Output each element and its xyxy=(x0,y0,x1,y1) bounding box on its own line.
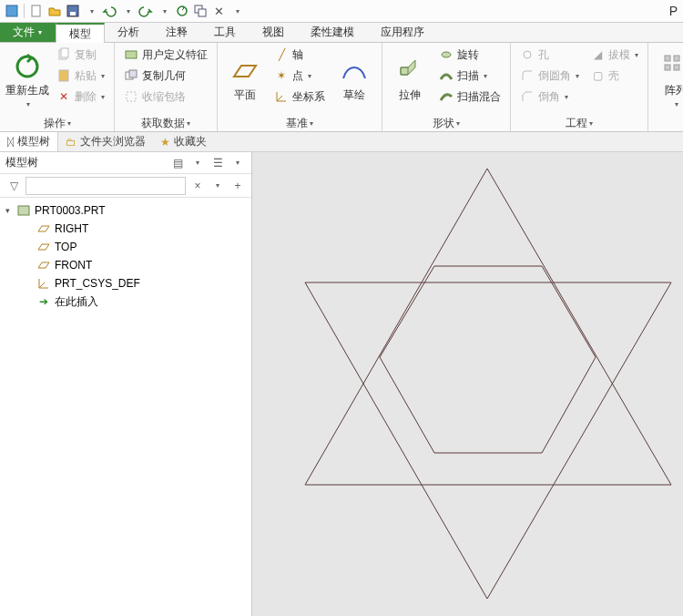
csys-icon xyxy=(36,277,51,290)
part-icon xyxy=(16,204,31,217)
group-edit: 阵列 ▾ ▥镜像 ✂修剪 ⬒合并 →延伸 ⇉偏移 ⊗相交 ↘投影 编辑 xyxy=(648,43,683,131)
undo-dropdown-icon[interactable]: ▾ xyxy=(119,3,136,19)
tab-tools[interactable]: 工具 xyxy=(201,23,250,42)
tree-node-insert-here[interactable]: ➔在此插入 xyxy=(20,293,251,311)
pattern-button[interactable]: 阵列 ▾ xyxy=(654,45,683,115)
tree-title: 模型树 xyxy=(5,155,38,170)
tab-view[interactable]: 视图 xyxy=(250,23,298,42)
windows-icon[interactable] xyxy=(192,3,209,19)
tree-node-right[interactable]: RIGHT xyxy=(20,220,251,238)
tree-root-label: PRT0003.PRT xyxy=(35,204,106,217)
shrinkwrap-button[interactable]: 收缩包络 xyxy=(120,87,211,107)
svg-rect-0 xyxy=(6,5,17,16)
sketch-geometry xyxy=(252,152,683,616)
collapse-icon[interactable]: ▾ xyxy=(5,206,16,215)
tab-apps[interactable]: 应用程序 xyxy=(368,23,438,42)
tab-flex[interactable]: 柔性建模 xyxy=(298,23,368,42)
new-icon[interactable] xyxy=(28,3,45,19)
undo-icon[interactable] xyxy=(101,3,117,19)
filter-add-icon[interactable]: + xyxy=(229,178,246,194)
draft-button[interactable]: ◢拔模▾ xyxy=(586,45,642,65)
svg-rect-9 xyxy=(61,48,68,57)
extrude-label: 拉伸 xyxy=(399,87,421,103)
group-operations: 重新生成 ▾ 复制 粘贴▾ ✕删除▾ 操作▾ xyxy=(0,43,115,131)
group-datum: 平面 ╱轴 ✶点▾ 坐标系 草绘 基准▾ xyxy=(218,43,382,131)
extrude-button[interactable]: 拉伸 xyxy=(388,45,432,115)
plane-button[interactable]: 平面 xyxy=(223,45,267,115)
copy-geom-button[interactable]: 复制几何 xyxy=(120,66,211,86)
panel-tab-model-tree[interactable]: ᛞ模型树 xyxy=(0,132,58,151)
svg-rect-17 xyxy=(665,56,670,61)
sweep-button[interactable]: 扫描▾ xyxy=(435,66,505,86)
svg-point-7 xyxy=(17,56,37,77)
tab-analysis[interactable]: 分析 xyxy=(105,23,153,42)
open-icon[interactable] xyxy=(46,3,63,19)
svg-rect-3 xyxy=(70,12,76,15)
filter-clear-icon[interactable]: × xyxy=(189,178,206,194)
app-icon xyxy=(4,3,20,19)
panel-tab-folder-browser[interactable]: 🗀文件夹浏览器 xyxy=(58,132,153,151)
filter-icon[interactable]: ▽ xyxy=(5,178,22,194)
svg-rect-14 xyxy=(127,92,136,101)
close-window-icon[interactable]: ✕ xyxy=(210,3,227,19)
ribbon: 重新生成 ▾ 复制 粘贴▾ ✕删除▾ 操作▾ 用户定义特征 复制几何 收缩包络 … xyxy=(0,43,683,132)
copy-button[interactable]: 复制 xyxy=(53,45,108,65)
ribbon-tabs: 文件▾ 模型 分析 注释 工具 视图 柔性建模 应用程序 xyxy=(0,23,683,43)
tree-node-csys[interactable]: PRT_CSYS_DEF xyxy=(20,274,251,293)
hole-button[interactable]: 孔 xyxy=(516,45,583,65)
tree-tool-columns-icon[interactable]: ▤ xyxy=(169,155,186,171)
csys-button[interactable]: 坐标系 xyxy=(270,87,329,107)
paste-button[interactable]: 粘贴▾ xyxy=(53,66,108,86)
group-get-data: 用户定义特征 复制几何 收缩包络 获取数据▾ xyxy=(115,43,218,131)
qat-dropdown-icon[interactable]: ▾ xyxy=(229,3,245,19)
redo-dropdown-icon[interactable]: ▾ xyxy=(156,3,172,19)
swept-blend-button[interactable]: 扫描混合 xyxy=(435,87,505,107)
tree-root[interactable]: ▾ PRT0003.PRT xyxy=(0,201,251,220)
redo-icon[interactable] xyxy=(138,3,154,19)
plane-label: 平面 xyxy=(234,87,256,103)
svg-marker-24 xyxy=(380,266,596,453)
shell-button[interactable]: ▢壳 xyxy=(586,66,642,86)
svg-rect-10 xyxy=(59,70,68,81)
svg-rect-13 xyxy=(129,70,137,77)
tab-annotate[interactable]: 注释 xyxy=(153,23,201,42)
svg-rect-1 xyxy=(32,5,40,16)
svg-point-16 xyxy=(524,51,531,58)
tree-node-top[interactable]: TOP xyxy=(20,238,251,256)
tree-tool-settings-icon[interactable]: ☰ xyxy=(209,155,226,171)
svg-point-15 xyxy=(442,52,451,57)
plane-icon xyxy=(36,241,51,253)
tree-icon: ᛞ xyxy=(7,136,14,149)
save-dropdown-icon[interactable]: ▾ xyxy=(83,3,99,19)
tree-node-front[interactable]: FRONT xyxy=(20,256,251,274)
group-eng-label: 工程 xyxy=(566,116,587,131)
svg-rect-18 xyxy=(674,56,679,61)
app-title-initial: P xyxy=(669,4,679,18)
delete-button[interactable]: ✕删除▾ xyxy=(53,87,108,107)
svg-rect-19 xyxy=(665,65,670,70)
tab-file[interactable]: 文件▾ xyxy=(0,23,56,42)
tree-filter-input[interactable] xyxy=(25,177,186,195)
svg-marker-22 xyxy=(305,169,671,485)
chamfer-button[interactable]: 倒角▾ xyxy=(516,87,583,107)
model-tree-panel: 模型树 ▤ ▾ ☰ ▾ ▽ × ▾ + ▾ PRT0003.PRT RIGHT … xyxy=(0,152,252,616)
revolve-button[interactable]: 旋转 xyxy=(435,45,505,65)
regen-icon[interactable] xyxy=(174,3,190,19)
point-button[interactable]: ✶点▾ xyxy=(270,66,329,86)
axis-button[interactable]: ╱轴 xyxy=(270,45,329,65)
side-panel-tabs: ᛞ模型树 🗀文件夹浏览器 ★收藏夹 xyxy=(0,132,683,152)
group-getdata-label: 获取数据 xyxy=(141,116,185,131)
tab-model[interactable]: 模型 xyxy=(56,23,105,43)
save-icon[interactable] xyxy=(65,3,81,19)
svg-rect-6 xyxy=(199,9,206,16)
plane-icon xyxy=(36,222,51,235)
sketch-button[interactable]: 草绘 xyxy=(332,45,376,115)
regenerate-button[interactable]: 重新生成 ▾ xyxy=(5,45,49,115)
panel-tab-favorites[interactable]: ★收藏夹 xyxy=(153,132,214,151)
udf-button[interactable]: 用户定义特征 xyxy=(120,45,211,65)
insert-arrow-icon: ➔ xyxy=(36,295,51,308)
round-button[interactable]: 倒圆角▾ xyxy=(516,66,583,86)
group-shapes-label: 形状 xyxy=(433,116,454,131)
sketch-label: 草绘 xyxy=(343,87,365,103)
graphics-viewport[interactable] xyxy=(252,152,683,616)
